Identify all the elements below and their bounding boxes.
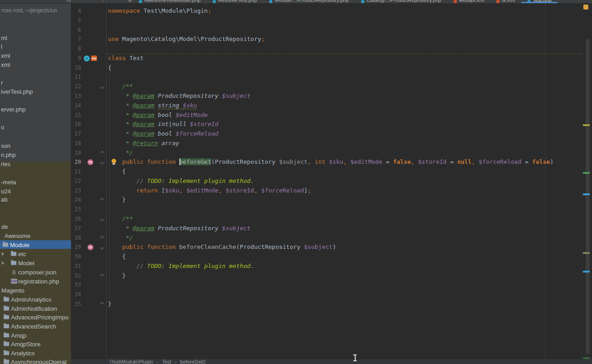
tree-item[interactable]: ml [0, 33, 71, 42]
line-number[interactable]: 35 [68, 301, 81, 307]
inspection-indicator-icon[interactable] [583, 5, 588, 10]
code-line[interactable]: * @return array [108, 139, 179, 148]
fold-marker[interactable] [100, 302, 105, 307]
editor-tab[interactable]: webapi.xml [448, 0, 490, 3]
line-number[interactable]: 34 [68, 291, 81, 298]
code-line[interactable]: return [$sku, $editMode, $storeId, $forc… [108, 186, 311, 196]
fold-marker[interactable] [100, 236, 105, 240]
breadcrumb-item[interactable]: \Test\Module\Plugin [109, 359, 153, 364]
editor-tab[interactable]: Module/.../ProductRepository.php [263, 0, 355, 3]
editor-tab[interactable]: ResolverTest.php [207, 0, 263, 3]
line-number[interactable]: 13 [68, 93, 81, 99]
tree-item[interactable]: erver.php [0, 105, 71, 113]
line-number[interactable]: 21 [68, 168, 81, 175]
code-line[interactable]: * @param bool $editMode [108, 111, 208, 120]
line-number[interactable]: 27 [68, 225, 81, 232]
intention-lightbulb-icon[interactable] [111, 159, 117, 165]
tree-item[interactable]: n.php [0, 150, 71, 159]
tree-item[interactable]: iverTest.php [0, 87, 71, 96]
tree-item[interactable]: ries [0, 159, 71, 168]
editor-tab[interactable]: AwesomeViewModel.php [133, 0, 207, 3]
line-number[interactable]: 32 [68, 273, 81, 279]
tree-item[interactable]: AdvancedSearch [0, 322, 71, 330]
editor-tab[interactable]: Catalog/.../ProductRepository.php [355, 0, 448, 3]
tree-item[interactable]: son [0, 141, 71, 150]
stripe-mark[interactable] [583, 193, 590, 195]
line-number[interactable]: 30 [68, 253, 81, 260]
tree-item[interactable]: {}composer.json [0, 268, 71, 276]
line-number[interactable]: 6 [68, 27, 81, 33]
tree-item[interactable]: Analytics [0, 349, 71, 357]
tree-item[interactable]: etc [0, 249, 71, 258]
tree-item[interactable]: AdminNotification [0, 304, 71, 313]
line-number[interactable]: 8 [68, 46, 81, 52]
tree-item[interactable]: Model [0, 258, 71, 267]
settings-gear-icon[interactable]: ⚙ [128, 0, 132, 3]
tree-item[interactable]: ab [0, 195, 71, 203]
line-number[interactable]: 19 [68, 150, 81, 156]
magento-plugin-icon[interactable]: m [87, 244, 93, 250]
code-line[interactable]: public function beforeGet(ProductReposit… [108, 157, 553, 167]
fold-marker[interactable] [100, 245, 105, 250]
line-number[interactable]: 11 [68, 74, 81, 80]
tree-item[interactable]: l [0, 42, 71, 51]
code-line[interactable]: use Magento\Catalog\Model\ProductReposit… [108, 35, 265, 44]
tree-item[interactable]: r [0, 78, 71, 86]
tree-item[interactable]: AsynchronousOperat [0, 357, 71, 364]
code-line[interactable]: class Test [108, 54, 143, 63]
code-line[interactable]: // TODO: Implement plugin method. [108, 177, 254, 186]
line-number[interactable]: 23 [68, 187, 81, 194]
tree-item[interactable]: AmqpStore [0, 339, 71, 348]
project-tree[interactable]: rces root, ~/projects/unmllxmlxmlriverTe… [0, 3, 71, 364]
code-line[interactable]: } [108, 195, 126, 205]
code-line[interactable]: public function beforeCleanCache(Product… [108, 243, 336, 252]
tree-item[interactable]: rces root, ~/projects/un [0, 6, 71, 15]
line-number[interactable]: 15 [68, 112, 81, 118]
code-line[interactable]: /** [108, 82, 133, 91]
line-number[interactable]: 7 [68, 36, 81, 42]
line-number[interactable]: 14 [68, 102, 81, 109]
stripe-mark[interactable] [583, 252, 590, 254]
code-line[interactable]: /** [108, 214, 133, 224]
tree-item[interactable]: AdvancedPricingImpo [0, 313, 71, 321]
line-number[interactable]: 18 [68, 140, 81, 147]
tree-item[interactable]: AdminAnalytics [0, 295, 71, 303]
code-line[interactable]: { [108, 167, 126, 177]
tree-item[interactable]: de [0, 222, 71, 231]
fold-marker[interactable] [100, 198, 105, 202]
editor-tab[interactable]: Test.php [521, 0, 558, 3]
fold-marker[interactable] [100, 85, 105, 89]
code-line[interactable]: { [108, 63, 112, 73]
code-line[interactable]: * @param bool $forceReload [108, 129, 219, 139]
line-number[interactable]: 31 [68, 263, 81, 269]
fold-marker[interactable] [100, 151, 105, 155]
fold-marker[interactable] [100, 273, 105, 278]
line-number[interactable]: 10 [68, 65, 81, 71]
code-line[interactable]: */ [108, 233, 133, 243]
line-number[interactable]: 33 [68, 282, 81, 288]
code-line[interactable]: * @param ProductRepository $subject [108, 224, 250, 233]
editor-tab[interactable]: di.xml [490, 0, 521, 3]
code-line[interactable]: // TODO: Implement plugin method. [108, 262, 254, 271]
breadcrumb-item[interactable]: beforeGet() [180, 359, 206, 364]
code-line[interactable]: */ [108, 148, 133, 158]
code-line[interactable]: } [108, 299, 112, 309]
line-number[interactable]: 5 [68, 17, 81, 24]
class-icon[interactable]: c [84, 56, 90, 61]
magento-plugin-icon[interactable]: m [87, 159, 93, 165]
tree-item[interactable]: PHPregistration.php [0, 277, 71, 285]
code-line[interactable]: * @param int|null $storeId [108, 120, 219, 129]
line-number[interactable]: 26 [68, 216, 81, 222]
line-number[interactable]: 24 [68, 197, 81, 203]
code-line[interactable]: * @param string $sku [108, 101, 197, 111]
code-line[interactable]: } [108, 271, 126, 281]
breadcrumb-item[interactable]: Test [162, 359, 171, 364]
php-file-icon[interactable]: php [91, 56, 97, 61]
stripe-mark[interactable] [583, 124, 590, 126]
fold-marker[interactable] [100, 217, 105, 222]
menu-m-icon[interactable]: m [67, 0, 71, 3]
stripe-mark[interactable] [583, 172, 590, 174]
tree-item[interactable]: o24 [0, 187, 71, 195]
tree-item[interactable]: -meta [0, 177, 71, 186]
tree-item[interactable]: xml [0, 51, 71, 60]
